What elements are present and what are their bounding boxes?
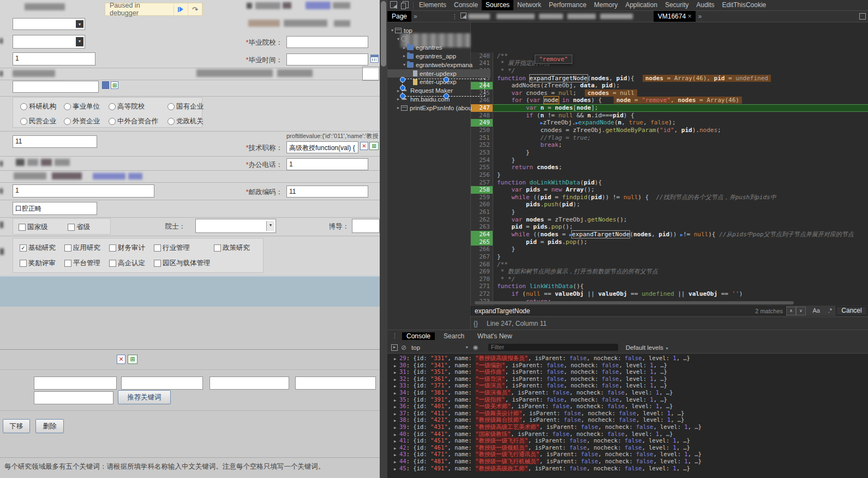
checkbox-icon[interactable] — [64, 260, 71, 267]
org-picker-icon[interactable] — [102, 81, 109, 89]
radio-circle-icon[interactable] — [64, 103, 71, 110]
checkbox-基础研究[interactable]: ✓基础研究 — [20, 243, 56, 253]
expand-triangle-icon[interactable]: ▶ — [394, 466, 399, 473]
selection-handle[interactable] — [400, 77, 405, 82]
tree-item-enter-updexp[interactable]: enter-updexp — [387, 69, 490, 77]
tree-arrow-icon[interactable]: ▾ — [396, 37, 401, 41]
keyword-input-4[interactable] — [295, 377, 376, 390]
move-down-button[interactable]: 下移 — [3, 419, 30, 433]
tech-title-tree-icon[interactable]: ⊞ — [369, 142, 379, 150]
org-tree-icon[interactable]: ⊞ — [111, 81, 118, 89]
line-number[interactable]: 253 — [470, 149, 493, 157]
calendar-icon[interactable] — [370, 55, 379, 63]
partial-right-input[interactable] — [362, 67, 379, 81]
checkbox-应用研究[interactable]: 应用研究 — [64, 243, 100, 253]
execution-context-selector[interactable]: top▼ — [411, 344, 469, 351]
radio-党政机关[interactable]: 党政机关 — [167, 117, 203, 126]
match-case-button[interactable]: Aa — [813, 307, 820, 315]
page-scrollbar-thumb[interactable] — [381, 1, 386, 67]
console-array-row[interactable]: ▶31: {id: "351", name: "一级作曲", isParent:… — [387, 368, 868, 375]
radio-国有企业[interactable]: 国有企业 — [167, 102, 203, 111]
keyword-input-1[interactable] — [34, 377, 117, 390]
pretty-print-icon[interactable]: {} — [474, 317, 478, 330]
navigator-menu-icon[interactable]: ⋮ — [450, 13, 459, 20]
checkbox-icon[interactable] — [109, 260, 116, 267]
checkbox-icon[interactable] — [154, 244, 161, 252]
line-number[interactable]: 263 — [470, 223, 493, 231]
regex-button[interactable]: .* — [828, 307, 832, 315]
tree-item-top[interactable]: ▾top — [387, 26, 472, 34]
console-array-row[interactable]: ▶37: {id: "411", name: "一级舞美设计师", isPare… — [387, 410, 868, 417]
keyword-delete-icon[interactable]: ✕ — [117, 355, 125, 364]
dropdown-arrow-icon[interactable]: ▼ — [76, 20, 83, 28]
radio-circle-icon[interactable] — [109, 118, 116, 125]
dropdown-arrow-icon[interactable]: ▼ — [266, 221, 274, 231]
radio-外资企业[interactable]: 外资企业 — [64, 117, 100, 126]
devtools-tab-network[interactable]: Network — [513, 0, 545, 10]
selection-handle[interactable] — [444, 77, 449, 82]
checkbox-奖励评审[interactable]: 奖励评审 — [20, 259, 56, 268]
keyword-input-5[interactable] — [34, 391, 113, 404]
devtools-tab-console[interactable]: Console — [450, 0, 482, 10]
clear-console-icon[interactable]: ⊘ — [401, 344, 406, 351]
tech-title-input[interactable]: 高级教授function(val) { — [286, 141, 358, 153]
checkbox-省级[interactable]: 省级 — [68, 223, 90, 232]
form-input-11[interactable]: 11 — [13, 135, 97, 148]
devtools-tab-application[interactable]: Application — [621, 0, 661, 10]
form-select-2[interactable]: ▼ — [13, 35, 85, 49]
console-array-row[interactable]: ▶41: {id: "451", name: "教授级一级飞行员", isPar… — [387, 437, 868, 444]
live-expression-icon[interactable]: ◉ — [473, 344, 478, 351]
checkbox-icon[interactable]: ✓ — [20, 244, 27, 252]
checkbox-icon[interactable] — [20, 260, 27, 267]
console-settings-icon[interactable]: ▶ — [391, 344, 398, 351]
console-array-row[interactable]: ▶32: {id: "361", name: "一级导演", isParent:… — [387, 375, 868, 383]
console-array-row[interactable]: ▶45: {id: "491", name: "教授级高级政工师", isPar… — [387, 465, 868, 472]
line-number[interactable]: 250 — [470, 127, 493, 134]
radio-circle-icon[interactable] — [20, 103, 27, 110]
close-tab-icon[interactable]: × — [687, 13, 691, 20]
log-level-selector[interactable]: Default levels ▼ — [626, 344, 669, 351]
tree-arrow-icon[interactable]: ▾ — [402, 62, 407, 67]
line-number-breakpoint[interactable]: 265 — [470, 238, 493, 246]
tree-arrow-icon[interactable]: ▸ — [402, 45, 407, 50]
console-array-row[interactable]: ▶29: {id: "331", name: "教授级高级报务员", isPar… — [387, 355, 868, 362]
checkbox-政策研究[interactable]: 政策研究 — [214, 243, 250, 253]
line-number[interactable]: 251 — [470, 134, 493, 142]
drawer-tab-what-s-new[interactable]: What's New — [473, 332, 517, 340]
find-previous-button[interactable]: ∧ — [786, 307, 796, 315]
devtools-tab-memory[interactable]: Memory — [590, 0, 621, 10]
tree-arrow-icon[interactable]: ▸ — [396, 105, 401, 110]
line-number[interactable]: 270 — [470, 276, 493, 283]
console-array-row[interactable]: ▶39: {id: "431", name: "教授级高级工艺美术师", isP… — [387, 423, 868, 431]
radio-circle-icon[interactable] — [20, 118, 27, 125]
keyword-input-3[interactable] — [209, 377, 289, 390]
tab-page[interactable]: Page — [387, 11, 411, 22]
step-over-button[interactable]: ↷ — [188, 3, 202, 15]
line-number[interactable]: 254 — [470, 157, 493, 164]
checkbox-园区与载体管理[interactable]: 园区与载体管理 — [154, 259, 211, 268]
checkbox-icon[interactable] — [64, 244, 71, 252]
devtools-tab-performance[interactable]: Performance — [545, 0, 590, 10]
tech-title-clear-icon[interactable]: ✕ — [360, 142, 368, 150]
line-number-breakpoint[interactable]: 249 — [470, 119, 493, 127]
console-array-row[interactable]: ▶35: {id: "391", name: "一级指挥", isParent:… — [387, 396, 868, 403]
console-array-row[interactable]: ▶42: {id: "461", name: "教授级一级领航员", isPar… — [387, 444, 868, 451]
graduate-time-input[interactable] — [286, 53, 368, 65]
toggle-device-toolbar-button[interactable] — [399, 1, 411, 10]
line-number[interactable]: 255 — [470, 164, 493, 171]
recommend-keywords-button[interactable]: 推荐关键词 — [118, 390, 171, 404]
keyword-add-icon[interactable]: ⊞ — [128, 355, 137, 364]
devtools-tab-audits[interactable]: Audits — [692, 0, 718, 10]
line-number[interactable]: 257 — [470, 179, 493, 187]
radio-高等院校[interactable]: 高等院校 — [109, 102, 145, 111]
radio-circle-icon[interactable] — [167, 118, 175, 125]
devtools-tab-security[interactable]: Security — [661, 0, 692, 10]
console-array-row[interactable]: ▶36: {id: "401", name: "一级美术师", isParent… — [387, 403, 868, 410]
more-tabs-icon[interactable]: » — [411, 13, 420, 20]
tree-arrow-icon[interactable]: ▾ — [390, 28, 395, 33]
page-scrollbar[interactable] — [380, 0, 387, 478]
devtools-tab-elements[interactable]: Elements — [415, 0, 450, 10]
open-file-icon[interactable] — [859, 13, 866, 20]
delete-button[interactable]: 删除 — [35, 419, 64, 433]
line-number-breakpoint[interactable]: 264 — [470, 231, 493, 238]
